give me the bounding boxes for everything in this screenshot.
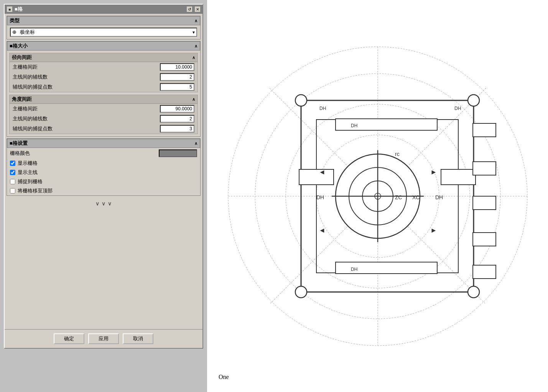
show-grid-checkbox[interactable]: [10, 161, 15, 166]
svg-text:DH: DH: [435, 194, 443, 200]
radial-label: 径向间距: [12, 54, 32, 61]
angular-label: 角度间距: [12, 96, 32, 103]
angular-field-label-1: 主线间的辅线数: [13, 115, 158, 122]
bottom-label: One: [219, 374, 229, 381]
type-section: 类型 ∧ ⊕ 极坐标 ▼: [7, 16, 201, 39]
radial-sub-lines-input[interactable]: [160, 73, 194, 81]
svg-text:◄: ◄: [319, 226, 326, 234]
scroll-down-icon: ∨: [95, 200, 99, 207]
radial-field-2: 辅线间的捕捉点数: [10, 82, 197, 92]
svg-point-11: [295, 95, 307, 106]
svg-text:DH: DH: [351, 123, 357, 128]
confirm-button[interactable]: 确定: [54, 333, 84, 344]
snap-grid-label: 捕捉到栅格: [18, 178, 43, 185]
grid-settings-collapse-btn[interactable]: ∧: [194, 141, 197, 146]
svg-text:►: ►: [430, 168, 437, 176]
checkbox-show-main: 显示主线: [7, 168, 200, 177]
type-section-label: 类型: [10, 17, 20, 24]
svg-rect-17: [441, 169, 476, 185]
grid-settings-section: ■格设置 ∧ 栅格颜色 显示栅格 显示主线 捕捉到栅格 将栅格移至顶部: [7, 138, 201, 196]
grid-settings-header: ■格设置 ∧: [7, 139, 200, 148]
checkbox-snap-grid: 捕捉到栅格: [7, 177, 200, 186]
svg-text:►: ►: [430, 226, 437, 234]
angular-field-1: 主线间的辅线数: [10, 114, 197, 124]
angular-field-0: 主栅格间距: [10, 104, 197, 114]
angular-main-spacing-input[interactable]: [160, 105, 194, 113]
type-select[interactable]: ⊕ 极坐标 ▼: [10, 28, 197, 37]
angular-snap-points-input[interactable]: [160, 125, 194, 133]
radial-field-label-1: 主线间的辅线数: [13, 74, 158, 80]
type-collapse-btn[interactable]: ∧: [194, 18, 197, 23]
color-swatch[interactable]: [159, 149, 197, 157]
svg-point-14: [468, 286, 479, 298]
apply-button[interactable]: 应用: [88, 333, 119, 344]
cancel-button[interactable]: 取消: [123, 333, 153, 344]
radial-field-1: 主线间的辅线数: [10, 72, 197, 82]
radial-field-0: 主栅格间距: [10, 62, 197, 72]
radial-field-label-2: 辅线间的捕捉点数: [13, 84, 158, 90]
close-button[interactable]: ✕: [194, 6, 201, 12]
radial-header: 径向间距 ∧: [10, 53, 197, 62]
radial-snap-points-input[interactable]: [160, 83, 194, 91]
polar-icon: ⊕: [12, 29, 18, 35]
svg-point-13: [295, 286, 307, 298]
radial-main-spacing-input[interactable]: [160, 63, 194, 71]
color-label: 栅格颜色: [10, 150, 156, 157]
dialog-buttons: 确定 应用 取消: [5, 329, 202, 348]
svg-rect-20: [473, 123, 496, 137]
grid-size-label: ■格大小: [10, 43, 28, 49]
grid-size-section: ■格大小 ∧ 径向间距 ∧ 主栅格间距 主线间的辅线数 辅线间的捕捉点: [7, 41, 201, 137]
show-main-checkbox[interactable]: [10, 170, 15, 175]
radial-collapse-btn[interactable]: ∧: [192, 55, 195, 60]
move-top-checkbox[interactable]: [10, 188, 15, 194]
angular-field-label-2: 辅线间的捕捉点数: [13, 125, 158, 132]
radial-subsection: 径向间距 ∧ 主栅格间距 主线间的辅线数 辅线间的捕捉点数: [9, 53, 198, 92]
svg-text:DH: DH: [351, 267, 357, 272]
svg-rect-16: [299, 169, 334, 185]
color-row: 栅格颜色: [7, 148, 200, 159]
scroll-indicators: ∨ ∨ ∨: [7, 197, 201, 210]
svg-text:◄: ◄: [319, 168, 326, 176]
angular-field-2: 辅线间的捕捉点数: [10, 124, 197, 134]
type-select-value: 极坐标: [20, 29, 35, 36]
scroll-down-icon-3: ∨: [108, 200, 112, 207]
svg-rect-22: [473, 196, 496, 210]
radial-field-label-0: 主栅格间距: [13, 64, 158, 71]
move-top-label: 将栅格移至顶部: [18, 187, 53, 194]
grid-size-collapse-btn[interactable]: ∧: [194, 44, 197, 49]
select-arrow-icon: ▼: [192, 30, 196, 34]
minimize-button[interactable]: ↺: [186, 6, 193, 12]
svg-point-12: [468, 95, 479, 106]
dialog-title: ■格: [15, 6, 184, 13]
show-main-label: 显示主线: [18, 169, 38, 176]
svg-text:rc: rc: [395, 151, 400, 157]
svg-rect-23: [473, 233, 496, 246]
dialog-panel: ■ ■格 ↺ ✕ 类型 ∧ ⊕ 极坐标 ▼ ■格大小 ∧: [4, 4, 203, 349]
scroll-down-icon-2: ∨: [102, 200, 105, 207]
show-grid-label: 显示栅格: [18, 160, 38, 167]
angular-collapse-btn[interactable]: ∧: [192, 97, 195, 102]
angular-sub-lines-input[interactable]: [160, 115, 194, 123]
cad-drawing: rc ZC XC DH DH DH DH DH DH ◄ ► ◄ ►: [224, 24, 531, 369]
drawing-area: rc ZC XC DH DH DH DH DH DH ◄ ► ◄ ► One: [207, 0, 548, 392]
angular-subsection: 角度间距 ∧ 主栅格间距 主线间的辅线数 辅线间的捕捉点数: [9, 95, 198, 134]
snap-grid-checkbox[interactable]: [10, 179, 15, 184]
type-section-header: 类型 ∧: [7, 16, 200, 25]
checkbox-show-grid: 显示栅格: [7, 159, 200, 168]
checkbox-move-top: 将栅格移至顶部: [7, 186, 200, 195]
titlebar-icon: ■: [7, 6, 13, 12]
svg-rect-24: [473, 265, 496, 279]
angular-field-label-0: 主栅格间距: [13, 105, 158, 112]
angular-header: 角度间距 ∧: [10, 95, 197, 104]
dialog-content: 类型 ∧ ⊕ 极坐标 ▼ ■格大小 ∧ 径向间距 ∧: [5, 14, 202, 329]
grid-size-header: ■格大小 ∧: [7, 41, 200, 51]
grid-settings-label: ■格设置: [10, 140, 28, 147]
svg-text:DH: DH: [319, 106, 326, 111]
svg-text:ZC: ZC: [395, 194, 402, 200]
type-select-row: ⊕ 极坐标 ▼: [7, 25, 200, 39]
svg-text:DH: DH: [316, 194, 324, 200]
dialog-titlebar: ■ ■格 ↺ ✕: [5, 5, 202, 14]
svg-text:XC: XC: [412, 194, 420, 200]
svg-text:DH: DH: [454, 106, 461, 111]
svg-rect-21: [473, 162, 496, 175]
